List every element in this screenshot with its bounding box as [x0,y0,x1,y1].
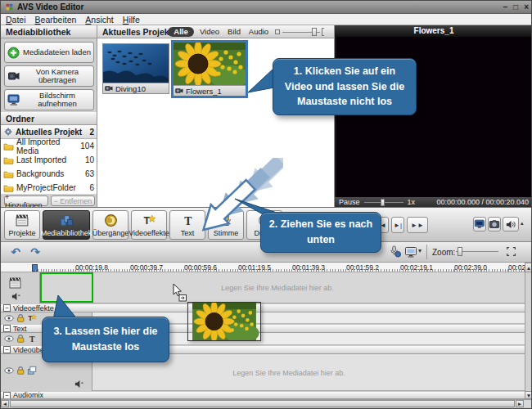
scroll-up-button[interactable]: ▲ [525,263,532,272]
undo-button[interactable]: ↶ [7,245,24,259]
menu-bearbeiten[interactable]: Bearbeiten [35,15,77,25]
toolbar-label: Projekte [8,229,35,237]
remove-folder-button[interactable]: − Entfernen [51,196,95,206]
callout-step1: 1. Klicken Sie auf ein Video und lassen … [273,58,417,115]
speed-slider[interactable] [364,202,404,203]
folder-count: 10 [85,155,94,164]
playhead-marker[interactable] [32,264,38,272]
preview-title: Flowers_1 [335,25,532,37]
collapse-icon[interactable]: − [3,392,11,399]
video-track-speaker-icon[interactable] [11,292,20,301]
playback-status-label: Pause [339,198,360,206]
add-media-icon [7,47,20,59]
scroll-right-button[interactable]: ► [516,400,524,407]
capture-camera-label: Von Kamera übertragen [24,68,91,84]
horizontal-scrollbar[interactable]: ◄ ► [1,399,532,407]
capture-screen-label: Bildschirm aufnehmen [24,92,91,108]
track-label-audiomix: Audiomix [13,391,43,399]
volume-flyout-arrow[interactable]: ▴ [521,220,524,227]
timeline-ruler[interactable]: 00:00:19.8 00:00:39.7 00:00:59.6 00:01:1… [1,263,532,272]
scroll-down-button[interactable]: ▼ [525,391,532,399]
scroll-left-button[interactable]: ◄ [1,400,9,407]
dragged-clip[interactable] [187,302,261,341]
media-library-panel: Mediabibliothek Mediadateien laden Von K… [1,25,97,207]
fit-timeline-button[interactable] [506,246,516,257]
close-button[interactable]: × [524,2,529,13]
track-strip-audiomix[interactable]: − Audiomix [1,391,525,399]
capture-screen-button[interactable]: Bildschirm aufnehmen [4,89,94,110]
camcorder-label-icon [175,88,183,94]
toolbar-button-projekte[interactable]: Projekte [4,210,40,240]
volume-icon [506,219,516,230]
folder-all-imported-media[interactable]: All Imported Media 104 [1,139,97,153]
maximize-button[interactable]: □ [513,2,518,13]
narration-button[interactable] [389,245,401,258]
collapse-icon[interactable]: − [3,304,11,312]
vertical-scrollbar[interactable] [525,272,532,391]
callout-step2: 2. Ziehen Sie es nach unten [260,212,381,253]
menu-ansicht[interactable]: Ansicht [85,15,113,25]
volume-button[interactable] [503,217,519,231]
speed-slider-handle[interactable] [381,199,385,206]
redo-button[interactable]: ↷ [27,245,43,259]
eye-icon[interactable] [4,313,14,323]
folders-header-label: Ordner [6,114,34,124]
folder-name: Aktuelles Projekt [16,128,82,137]
folder-backgrounds[interactable]: Backgrounds 63 [1,167,97,181]
toolbar-button-videoeffekte[interactable]: Videoeffekte [131,210,167,240]
media-item-diving10[interactable]: Diving10 [102,43,169,94]
eye-icon[interactable] [4,366,14,375]
capture-camera-button[interactable]: Von Kamera übertragen [4,65,94,87]
lock-icon[interactable] [16,334,25,344]
snapshot-button[interactable] [488,217,501,231]
folder-last-imported[interactable]: Last Imported 10 [1,153,97,167]
screen-mode-button[interactable] [473,217,486,231]
thumbnail-size-max-icon [322,28,324,36]
menu-hilfe[interactable]: Hilfe [123,15,140,25]
media-item-flowers1[interactable]: Flowers_1 [171,40,248,98]
toolbar-button-uebergaenge[interactable]: Übergänge [92,210,128,240]
tab-bild[interactable]: Bild [224,27,244,37]
track-label-text: Text [13,325,27,333]
lock-icon[interactable] [16,366,25,375]
ruler-tick: 00:00:39.7 [122,263,171,272]
tab-audio[interactable]: Audio [246,27,271,37]
display-mode-dropdown-arrow[interactable]: ▾ [418,247,422,254]
tab-video[interactable]: Video [197,27,222,37]
toolbar-label: Übergänge [92,229,129,237]
app-window: AVS Video Editor – □ × Datei Bearbeiten … [0,0,532,409]
callout-step3: 3. Lassen Sie hier die Maustaste los [42,317,169,362]
add-folder-button[interactable]: + Hinzufügen [4,196,48,206]
lock-icon[interactable] [16,313,25,323]
collapse-icon[interactable]: − [3,346,11,353]
menu-datei[interactable]: Datei [6,15,26,25]
load-media-button[interactable]: Mediadateien laden [4,42,94,63]
play-button[interactable]: ►► [407,217,428,233]
speed-label: 1x [408,198,416,206]
media-thumbnail-flowers1 [174,43,246,85]
display-mode-button[interactable] [404,245,417,258]
ruler-tick: 00:02:19.1 [392,263,441,272]
scrollbar-thumb[interactable] [10,400,515,407]
minimize-button[interactable]: – [503,2,508,13]
toolbar-label: Videoeffekte [128,229,169,237]
zoom-slider-handle[interactable] [458,247,462,256]
ruler-tick: 00:01:59.2 [338,263,387,272]
thumbnail-size-slider-handle[interactable] [312,28,317,36]
tab-alle[interactable]: Alle [168,27,194,37]
effects-track-icon [27,313,37,323]
zoom-label: Zoom: [432,248,455,257]
titlebar: AVS Video Editor – □ × [1,1,532,14]
screen-mode-icon [474,218,485,230]
overlay-speaker-icon[interactable] [74,380,83,389]
folder-count: 63 [85,169,94,178]
collapse-icon[interactable]: − [3,325,11,332]
folder-count: 6 [89,183,94,192]
toolbar-button-mediabibliothek[interactable]: Mediabibliothek [43,210,90,240]
folders-header: Ordner [1,112,97,125]
step-forward-button[interactable]: ►| [391,217,404,233]
folder-name: Backgrounds [16,169,64,178]
eye-icon[interactable] [4,334,14,344]
dragged-clip-thumbnail [188,303,260,340]
folder-icon [3,142,14,151]
